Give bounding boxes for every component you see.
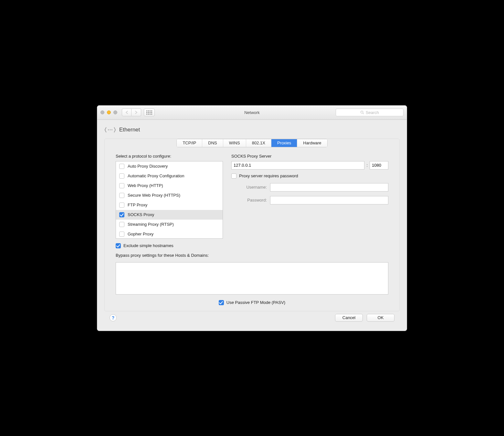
chevron-left-icon xyxy=(125,111,128,114)
tab-802-1x[interactable]: 802.1X xyxy=(246,139,271,147)
svg-point-2 xyxy=(108,129,109,130)
interface-header: Ethernet xyxy=(104,125,400,135)
protocol-row[interactable]: Gopher Proxy xyxy=(116,229,223,239)
select-protocol-label: Select a protocol to configure: xyxy=(116,154,223,159)
protocol-checkbox[interactable] xyxy=(119,212,124,217)
svg-line-1 xyxy=(363,113,364,114)
proxy-port-input[interactable] xyxy=(370,161,388,170)
zoom-window-button[interactable] xyxy=(113,110,117,114)
bypass-label: Bypass proxy settings for these Hosts & … xyxy=(116,253,388,258)
svg-point-3 xyxy=(110,129,111,130)
ok-button[interactable]: OK xyxy=(367,314,394,322)
nav-buttons xyxy=(122,109,141,116)
protocol-checkbox[interactable] xyxy=(119,164,124,169)
protocol-label: Secure Web Proxy (HTTPS) xyxy=(128,193,180,198)
host-port-separator: : xyxy=(366,163,368,168)
minimize-window-button[interactable] xyxy=(107,110,111,114)
help-button[interactable]: ? xyxy=(110,314,117,321)
cancel-button[interactable]: Cancel xyxy=(335,314,363,322)
username-input[interactable] xyxy=(270,183,388,192)
protocol-row[interactable]: Secure Web Proxy (HTTPS) xyxy=(116,191,223,200)
protocol-checkbox[interactable] xyxy=(119,232,124,237)
pasv-label: Use Passive FTP Mode (PASV) xyxy=(226,300,285,305)
protocol-list[interactable]: Auto Proxy DiscoveryAutomatic Proxy Conf… xyxy=(116,161,223,239)
protocol-label: Automatic Proxy Configuration xyxy=(128,173,184,178)
svg-point-4 xyxy=(111,129,112,130)
protocol-checkbox[interactable] xyxy=(119,173,124,179)
content: Ethernet TCP/IPDNSWINS802.1XProxiesHardw… xyxy=(97,120,407,331)
protocol-label: Web Proxy (HTTP) xyxy=(128,183,163,188)
protocol-row[interactable]: Streaming Proxy (RTSP) xyxy=(116,220,223,229)
search-field[interactable]: Search xyxy=(336,109,404,116)
server-label: SOCKS Proxy Server xyxy=(231,154,388,159)
ethernet-icon xyxy=(104,125,116,135)
proxy-host-input[interactable] xyxy=(231,161,364,170)
protocol-checkbox[interactable] xyxy=(119,202,124,208)
protocol-row[interactable]: Auto Proxy Discovery xyxy=(116,161,223,171)
tab-dns[interactable]: DNS xyxy=(202,139,223,147)
tabs-container: TCP/IPDNSWINS802.1XProxiesHardware xyxy=(105,139,399,147)
protocol-checkbox[interactable] xyxy=(119,193,124,198)
protocol-label: FTP Proxy xyxy=(128,202,147,207)
pasv-checkbox[interactable] xyxy=(219,300,224,305)
tab-wins[interactable]: WINS xyxy=(223,139,246,147)
search-placeholder: Search xyxy=(366,110,379,115)
protocol-checkbox[interactable] xyxy=(119,222,124,227)
requires-password-label: Proxy server requires password xyxy=(239,173,298,178)
protocol-row[interactable]: FTP Proxy xyxy=(116,200,223,210)
password-input[interactable] xyxy=(270,196,388,204)
chevron-right-icon xyxy=(135,111,138,114)
protocol-label: Gopher Proxy xyxy=(128,232,153,236)
search-icon xyxy=(360,110,364,114)
close-window-button[interactable] xyxy=(100,110,104,114)
protocol-row[interactable]: Automatic Proxy Configuration xyxy=(116,171,223,181)
protocol-label: Auto Proxy Discovery xyxy=(128,164,168,169)
protocol-row[interactable]: Web Proxy (HTTP) xyxy=(116,181,223,191)
back-button[interactable] xyxy=(122,109,131,116)
proxies-pane: Select a protocol to configure: Auto Pro… xyxy=(105,147,399,311)
exclude-simple-checkbox[interactable] xyxy=(116,243,121,248)
footer: ? Cancel OK xyxy=(104,311,400,326)
tab-hardware[interactable]: Hardware xyxy=(297,139,327,147)
protocol-checkbox[interactable] xyxy=(119,183,124,188)
protocol-label: SOCKS Proxy xyxy=(128,212,154,217)
traffic-lights xyxy=(100,110,117,114)
bypass-textarea[interactable] xyxy=(116,262,388,295)
network-preferences-window: Network Search Ethernet xyxy=(97,105,407,331)
tab-proxies[interactable]: Proxies xyxy=(271,139,297,147)
exclude-simple-label: Exclude simple hostnames xyxy=(123,243,173,248)
grid-icon xyxy=(146,110,152,115)
forward-button[interactable] xyxy=(131,109,141,116)
tab-tcp-ip[interactable]: TCP/IP xyxy=(177,139,202,147)
tab-bar: TCP/IPDNSWINS802.1XProxiesHardware xyxy=(176,139,327,147)
interface-name: Ethernet xyxy=(119,127,140,133)
settings-sheet: TCP/IPDNSWINS802.1XProxiesHardware Selec… xyxy=(104,139,400,311)
titlebar: Network Search xyxy=(97,106,407,120)
protocol-label: Streaming Proxy (RTSP) xyxy=(128,222,174,227)
password-label: Password: xyxy=(231,198,267,202)
protocol-row[interactable]: SOCKS Proxy xyxy=(116,210,223,220)
show-all-button[interactable] xyxy=(144,109,155,116)
username-label: Username: xyxy=(231,185,267,190)
requires-password-checkbox[interactable] xyxy=(231,173,236,179)
